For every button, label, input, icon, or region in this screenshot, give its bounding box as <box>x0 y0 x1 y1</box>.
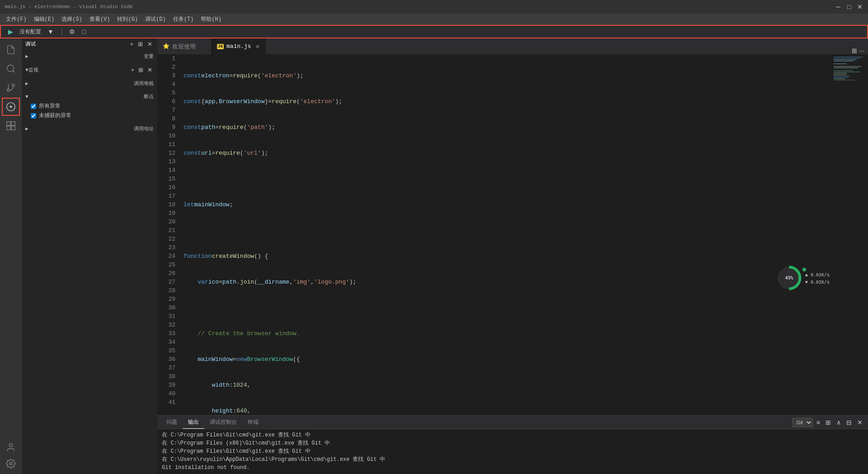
code-editor[interactable]: 1 2 3 4 5 6 7 8 9 10 11 12 13 14 15 16 1 <box>157 54 868 415</box>
code-line-1: const electron = require('electron'); <box>184 71 827 80</box>
tab-mainjs-icon: JS <box>217 44 224 49</box>
sidebar-split-button[interactable]: ⊞ <box>137 40 144 48</box>
activity-debug[interactable] <box>2 98 20 116</box>
network-circle-container: 49% <box>777 265 802 292</box>
ln-7: 7 <box>161 106 175 114</box>
callstack-header[interactable]: ▶ 调用堆栈 <box>22 79 157 88</box>
run-play-button[interactable]: ▶ <box>5 27 16 36</box>
breakpoint-check-0[interactable] <box>31 104 36 109</box>
maximize-button[interactable]: □ <box>845 3 853 10</box>
menu-goto[interactable]: 转到(G) <box>113 14 142 24</box>
watch-header[interactable]: ▼ 监视 + ⊞ ✕ <box>22 65 157 75</box>
sidebar-controls: + ⊞ ✕ <box>128 40 154 48</box>
svg-point-3 <box>12 84 15 87</box>
more-actions-button[interactable]: ··· <box>859 47 864 54</box>
panel-output-select[interactable]: Git <box>793 418 813 427</box>
ln-19: 19 <box>161 209 175 218</box>
window-controls[interactable]: ─ □ ✕ <box>835 3 863 10</box>
activity-settings[interactable] <box>6 459 16 474</box>
tab-welcome[interactable]: ⭐ 欢迎使用 <box>157 38 212 54</box>
code-line-5 <box>184 175 827 183</box>
menu-file[interactable]: 文件(F) <box>2 14 30 24</box>
callstack-label: 调用堆栈 <box>134 80 154 87</box>
applied-section: ▶ 调用地址 <box>22 122 157 135</box>
code-line-4: const url = require('url'); <box>184 149 827 157</box>
tab-mainjs-close[interactable]: ✕ <box>255 43 259 50</box>
watch-split-button[interactable]: ⊞ <box>137 66 145 74</box>
breakpoint-item-1: 未捕获的异常 <box>22 111 157 120</box>
breakpoint-label-0: 所有异常 <box>39 102 61 110</box>
ln-10: 10 <box>161 132 175 140</box>
run-dropdown-button[interactable]: ▼ <box>45 27 57 36</box>
panel-collapse-button[interactable]: ⊟ <box>844 418 854 427</box>
network-svg: 49% <box>777 265 802 290</box>
ln-3: 3 <box>161 71 175 80</box>
activity-account[interactable] <box>6 442 16 458</box>
run-split-button[interactable]: □ <box>80 27 88 36</box>
code-line-12: mainWindow = new BrowserWindow({ <box>184 355 827 364</box>
ln-30: 30 <box>161 303 175 312</box>
minimap[interactable] <box>832 54 868 415</box>
panel-tab-debug[interactable]: 调试控制台 <box>204 416 242 429</box>
ln-20: 20 <box>161 218 175 226</box>
title-bar: main.js - electronDemo - Visual Studio C… <box>0 0 868 14</box>
tab-mainjs-label: main.js <box>226 43 251 50</box>
ln-35: 35 <box>161 346 175 355</box>
sidebar-close-button[interactable]: ✕ <box>146 40 154 48</box>
network-dot <box>802 268 806 271</box>
ln-33: 33 <box>161 329 175 338</box>
menu-help[interactable]: 帮助(H) <box>197 14 225 24</box>
menu-edit[interactable]: 编辑(E) <box>30 14 58 24</box>
panel-close-button[interactable]: ✕ <box>855 418 864 427</box>
activity-explorer[interactable] <box>2 41 20 59</box>
minimize-button[interactable]: ─ <box>835 3 842 10</box>
code-line-6: let mainWindow; <box>184 200 827 209</box>
applied-header[interactable]: ▶ 调用地址 <box>22 124 157 133</box>
variables-header[interactable]: ▶ 变量 <box>22 52 157 61</box>
panel-expand-button[interactable]: ∧ <box>835 418 843 427</box>
menu-task[interactable]: 任务(T) <box>170 14 198 24</box>
split-editor-button[interactable]: ⊞ <box>852 47 857 54</box>
menu-select[interactable]: 选择(S) <box>58 14 86 24</box>
editor-container: 1 2 3 4 5 6 7 8 9 10 11 12 13 14 15 16 1 <box>157 54 868 474</box>
code-line-7 <box>184 226 827 235</box>
activity-search[interactable] <box>2 60 20 78</box>
run-gear-button[interactable]: ⚙ <box>67 27 77 36</box>
panel-line-1: 在 C:\Program Files (x86)\Git\cmd\git.exe… <box>162 439 863 447</box>
network-widget[interactable]: 49% ▲ 0.02K/s ▼ 0.02K/s <box>777 174 830 384</box>
ln-37: 37 <box>161 364 175 372</box>
code-line-2: const {app, BrowserWindow} = require('el… <box>184 97 827 106</box>
network-upload: ▲ 0.02K/s <box>805 272 830 279</box>
panel-tab-problems[interactable]: 问题 <box>161 416 183 429</box>
menu-debug[interactable]: 调试(D) <box>142 14 170 24</box>
variables-chevron: ▶ <box>25 53 28 59</box>
debug-toolbar: 调试 + ⊞ ✕ <box>22 38 157 50</box>
breakpoints-header[interactable]: ▼ 断点 <box>22 92 157 101</box>
tab-mainjs[interactable]: JS main.js ✕ <box>212 38 266 54</box>
callstack-section: ▶ 调用堆栈 <box>22 77 157 90</box>
panel-clear-button[interactable]: ≡ <box>815 418 822 427</box>
sidebar-add-button[interactable]: + <box>128 40 135 48</box>
activity-extensions[interactable] <box>2 117 20 135</box>
editor-right-controls: ⊞ ··· <box>848 47 868 54</box>
breakpoints-chevron: ▼ <box>25 94 28 100</box>
close-button[interactable]: ✕ <box>856 3 863 10</box>
watch-add-button[interactable]: + <box>129 66 136 74</box>
ln-1: 1 <box>161 54 175 63</box>
ln-12: 12 <box>161 149 175 157</box>
panel: 问题 输出 调试控制台 终端 Git ≡ ⊞ ∧ ⊟ ✕ <box>157 415 868 474</box>
breakpoint-check-1[interactable] <box>31 113 36 118</box>
panel-tab-terminal[interactable]: 终端 <box>242 416 264 429</box>
code-content[interactable]: const electron = require('electron'); co… <box>179 54 832 415</box>
activity-bar <box>0 38 22 474</box>
editor-area: ⭐ 欢迎使用 JS main.js ✕ ⊞ ··· 1 2 3 4 5 <box>157 38 868 474</box>
menu-view[interactable]: 查看(V) <box>86 14 114 24</box>
panel-tab-output[interactable]: 输出 <box>183 416 204 429</box>
ln-16: 16 <box>161 183 175 192</box>
panel-copy-button[interactable]: ⊞ <box>824 418 833 427</box>
watch-close-button[interactable]: ✕ <box>146 66 154 74</box>
ln-17: 17 <box>161 192 175 200</box>
ln-6: 6 <box>161 97 175 106</box>
activity-scm[interactable] <box>2 79 20 97</box>
ln-4: 4 <box>161 80 175 89</box>
